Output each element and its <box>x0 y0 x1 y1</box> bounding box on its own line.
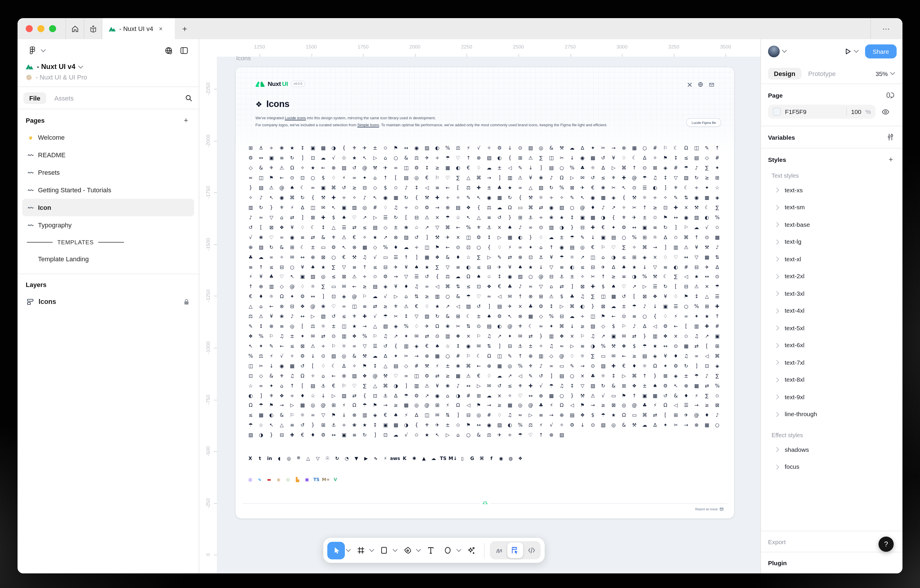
zoom-window-button[interactable] <box>49 25 56 32</box>
chevron-down-icon[interactable] <box>782 48 787 53</box>
tab-file[interactable]: File <box>23 92 46 104</box>
page-color-field[interactable]: F1F5F9 100 % <box>768 105 876 119</box>
grid-icon: √ <box>536 381 546 390</box>
text-style-item[interactable]: text-2xl <box>768 267 896 285</box>
color-swatch[interactable] <box>773 107 781 116</box>
layer-item-icons[interactable]: Icons <box>22 293 194 310</box>
text-style-item[interactable]: text-3xl <box>768 285 896 302</box>
share-button[interactable]: Share <box>865 44 897 58</box>
text-style-item[interactable]: text-9xl <box>768 388 896 405</box>
text-style-item[interactable]: line-through <box>768 405 896 423</box>
text-style-item[interactable]: text-xs <box>768 181 896 198</box>
library-status-button[interactable] <box>162 44 175 57</box>
add-style-button[interactable]: + <box>886 156 896 163</box>
grid-icon: ∞ <box>515 242 525 252</box>
text-style-item[interactable]: text-lg <box>768 233 896 250</box>
grid-icon: ⇅ <box>442 410 453 420</box>
page-item[interactable]: Icon <box>22 199 194 216</box>
open-variables-button[interactable] <box>885 133 896 141</box>
page-item[interactable]: Typography <box>22 216 194 234</box>
lock-icon[interactable] <box>183 298 190 305</box>
home-button[interactable] <box>66 18 84 39</box>
text-style-item[interactable]: text-base <box>768 216 896 233</box>
lucide-icons-link[interactable]: Lucide icons <box>285 116 306 120</box>
grid-icon: ✚ <box>474 183 484 193</box>
page-item[interactable]: Getting Started - Tutorials <box>22 181 194 199</box>
text-style-item[interactable]: text-6xl <box>768 336 896 354</box>
tab-design[interactable]: Design <box>768 68 801 79</box>
tab-assets[interactable]: Assets <box>49 92 79 104</box>
page-opacity-value[interactable]: 100 <box>851 108 861 115</box>
grid-icon: ⚒ <box>629 420 640 430</box>
text-tool-button[interactable] <box>423 541 438 559</box>
page-color-hex[interactable]: F1F5F9 <box>785 108 842 115</box>
ruler-label: -1500 <box>205 238 211 251</box>
new-tab-button[interactable]: + <box>175 18 194 39</box>
present-play-icon[interactable] <box>844 47 852 55</box>
chevron-down-icon[interactable] <box>457 547 462 552</box>
frame-tool-button[interactable] <box>353 541 368 559</box>
chevron-down-icon[interactable] <box>393 547 398 552</box>
window-more-button[interactable]: ⋯ <box>871 18 902 39</box>
library-button[interactable] <box>84 18 102 39</box>
frame-name-label[interactable]: Icons <box>236 54 251 62</box>
text-style-item[interactable]: text-7xl <box>768 354 896 371</box>
figma-menu-button[interactable] <box>26 44 39 57</box>
close-window-button[interactable] <box>26 25 33 32</box>
zoom-select[interactable]: 35% <box>876 70 896 77</box>
effect-style-item[interactable]: focus <box>768 458 896 475</box>
grid-icon: ◁ <box>671 400 681 410</box>
text-style-item[interactable]: text-5xl <box>768 319 896 336</box>
page-item-template-landing[interactable]: Template Landing <box>22 250 194 268</box>
shape-tool-button[interactable] <box>376 541 392 559</box>
chevron-down-icon[interactable] <box>854 48 858 53</box>
page-item[interactable]: README <box>22 146 194 164</box>
grid-icon: ◎ <box>287 321 297 331</box>
ellipse-tool-button[interactable] <box>440 541 455 559</box>
text-style-item[interactable]: text-4xl <box>768 302 896 319</box>
x-twitter-icon[interactable] <box>687 82 692 87</box>
chevron-down-icon[interactable] <box>369 547 374 552</box>
grid-icon: → <box>380 400 391 410</box>
page-item[interactable]: Presets <box>22 164 194 181</box>
canvas[interactable]: 1250150017502000225025002750300032503500… <box>199 39 760 573</box>
page-swap-button[interactable] <box>885 91 896 99</box>
draw-mode-button[interactable] <box>492 543 506 557</box>
close-tab-icon[interactable]: × <box>157 24 165 33</box>
globe-icon[interactable] <box>698 82 703 87</box>
grid-icon: ↺ <box>474 301 484 311</box>
chevron-down-icon[interactable] <box>416 547 421 552</box>
dev-mode-button[interactable] <box>507 543 523 558</box>
grid-icon: ✚ <box>712 301 722 311</box>
code-mode-button[interactable] <box>524 543 539 557</box>
tab-nuxt-ui-v4[interactable]: - Nuxt UI v4 × <box>102 18 175 39</box>
text-style-item[interactable]: text-xl <box>768 250 896 267</box>
minimize-window-button[interactable] <box>37 25 44 32</box>
actions-tool-button[interactable] <box>463 541 479 559</box>
add-page-button[interactable]: + <box>181 116 191 124</box>
avatar[interactable] <box>768 45 780 57</box>
simple-icons-link[interactable]: Simple Icons <box>358 123 379 127</box>
chevron-down-icon[interactable] <box>346 547 351 552</box>
move-tool-button[interactable] <box>327 541 345 559</box>
toggle-sidebar-button[interactable] <box>178 44 191 57</box>
tab-prototype[interactable]: Prototype <box>802 68 841 79</box>
text-style-item[interactable]: text-sm <box>768 198 896 216</box>
file-title[interactable]: - Nuxt UI v4 <box>37 63 75 71</box>
report-issue-link[interactable]: Report an issue <box>695 507 724 511</box>
text-style-item[interactable]: text-8xl <box>768 371 896 388</box>
grid-icon: ▤ <box>567 410 577 420</box>
grid-icon: ▦ <box>702 193 712 202</box>
mail-icon[interactable] <box>709 82 714 87</box>
help-button[interactable]: ? <box>878 536 894 552</box>
pen-tool-button[interactable] <box>400 541 415 559</box>
chevron-down-icon[interactable] <box>41 47 46 52</box>
icons-frame[interactable]: Nuxt UI v4.0.0 ❖ Icons <box>236 67 734 518</box>
chevron-down-icon[interactable] <box>78 63 83 68</box>
page-item[interactable]: Welcome <box>22 129 194 146</box>
project-name[interactable]: - Nuxt UI & UI Pro <box>36 74 87 81</box>
toggle-visibility-button[interactable] <box>880 109 891 115</box>
lucide-figma-file-button[interactable]: Lucide Figma file <box>687 118 721 127</box>
search-button[interactable] <box>185 94 193 102</box>
effect-style-item[interactable]: shadows <box>768 441 896 458</box>
